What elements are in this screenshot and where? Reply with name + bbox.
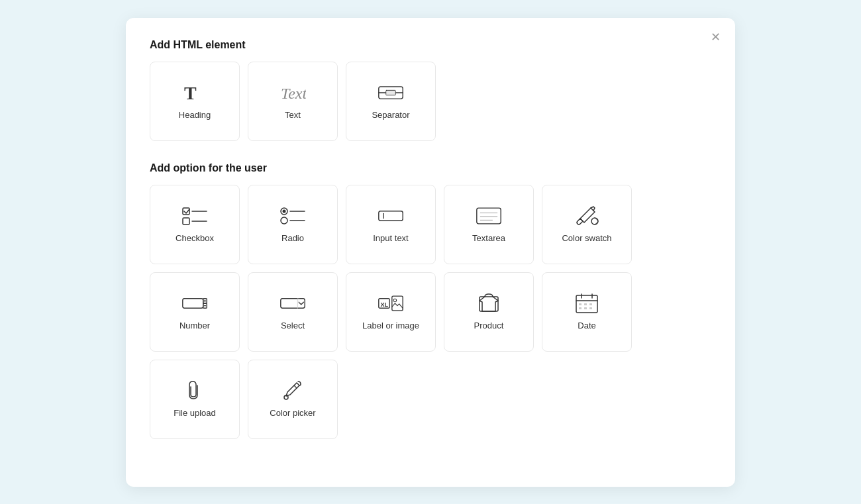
textarea-icon <box>476 205 502 227</box>
radio-icon <box>279 205 306 227</box>
input-text-icon <box>378 205 404 227</box>
card-label-or-image[interactable]: XL Label or image <box>346 272 436 352</box>
date-icon <box>574 293 600 314</box>
card-select[interactable]: Select <box>248 272 338 352</box>
card-heading[interactable]: T Heading <box>150 62 240 141</box>
svg-rect-44 <box>584 307 587 309</box>
radio-label: Radio <box>281 233 304 243</box>
select-icon <box>279 293 306 314</box>
svg-rect-40 <box>579 303 582 305</box>
checkbox-label: Checkbox <box>176 233 214 243</box>
card-textarea[interactable]: Textarea <box>444 185 534 264</box>
textarea-label: Textarea <box>472 233 505 243</box>
card-text[interactable]: Text Text <box>248 62 338 141</box>
svg-point-12 <box>281 217 287 224</box>
svg-text:XL: XL <box>381 301 389 308</box>
product-icon <box>476 293 502 314</box>
card-date[interactable]: Date <box>542 272 632 352</box>
svg-rect-21 <box>183 299 203 309</box>
card-input-text[interactable]: Input text <box>346 185 436 264</box>
input-text-label: Input text <box>373 233 408 243</box>
file-upload-label: File upload <box>174 408 216 418</box>
svg-rect-41 <box>584 303 587 305</box>
checkbox-icon <box>181 205 208 227</box>
svg-rect-27 <box>281 299 305 309</box>
heading-label: Heading <box>179 110 211 120</box>
label-or-image-icon: XL <box>378 293 404 314</box>
svg-rect-7 <box>183 218 189 225</box>
card-number[interactable]: Number <box>150 272 240 352</box>
card-radio[interactable]: Radio <box>248 185 338 264</box>
card-color-swatch[interactable]: Color swatch <box>542 185 632 264</box>
number-label: Number <box>179 321 210 330</box>
svg-point-20 <box>591 218 598 225</box>
date-label: Date <box>578 321 595 330</box>
html-elements-grid: T Heading Text Text <box>150 62 711 141</box>
separator-label: Separator <box>372 110 409 120</box>
label-or-image-label: Label or image <box>362 321 419 330</box>
card-checkbox[interactable]: Checkbox <box>150 185 240 264</box>
svg-rect-16 <box>477 208 501 224</box>
card-product[interactable]: Product <box>444 272 534 352</box>
svg-rect-14 <box>379 211 403 221</box>
text-icon: Text <box>279 82 306 103</box>
svg-rect-4 <box>386 90 396 95</box>
section2-title: Add option for the user <box>150 162 711 174</box>
card-separator[interactable]: Separator <box>346 62 436 141</box>
svg-text:Text: Text <box>281 85 306 102</box>
product-label: Product <box>474 321 504 330</box>
color-picker-icon <box>279 380 306 401</box>
separator-icon <box>378 82 404 103</box>
color-swatch-icon <box>574 205 600 227</box>
svg-rect-33 <box>392 296 403 311</box>
color-swatch-label: Color swatch <box>562 233 611 243</box>
svg-text:T: T <box>184 83 197 103</box>
text-label: Text <box>285 110 301 120</box>
svg-point-34 <box>393 299 397 302</box>
add-element-modal: ✕ Add HTML element T Heading Text Text <box>126 18 735 487</box>
section1-title: Add HTML element <box>150 39 711 51</box>
card-color-picker[interactable]: Color picker <box>248 360 338 439</box>
svg-rect-43 <box>579 307 582 309</box>
close-button[interactable]: ✕ <box>708 28 723 46</box>
svg-line-46 <box>294 385 297 388</box>
color-picker-label: Color picker <box>270 408 315 418</box>
svg-rect-42 <box>589 303 592 305</box>
svg-rect-45 <box>589 307 592 309</box>
svg-point-10 <box>283 210 286 213</box>
user-options-grid: Checkbox Radio <box>150 185 711 439</box>
card-file-upload[interactable]: File upload <box>150 360 240 439</box>
select-label: Select <box>281 321 305 330</box>
number-icon <box>181 293 208 314</box>
file-upload-icon <box>181 380 208 401</box>
heading-icon: T <box>181 82 208 103</box>
